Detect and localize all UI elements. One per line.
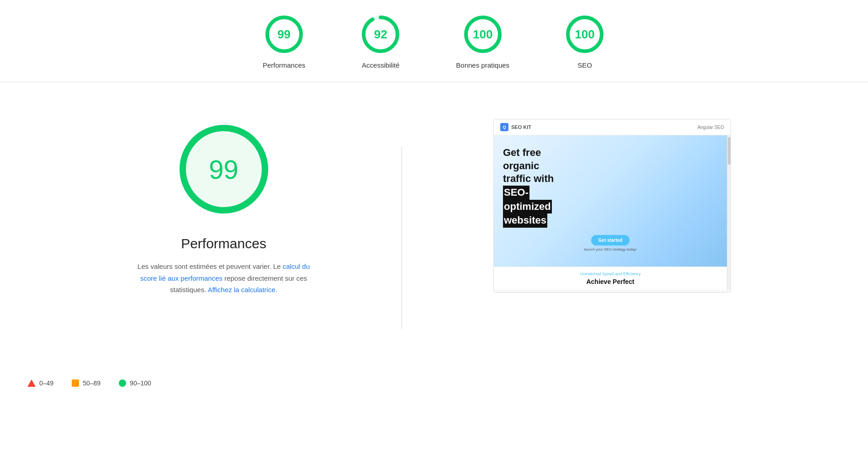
preview-heading-line3: traffic with (503, 173, 554, 184)
preview-bottom-section: Unmatched Speed and Efficiency Achieve P… (494, 267, 727, 290)
vertical-divider (402, 146, 402, 329)
score-item-bonnes-pratiques: 100 Bonnes pratiques (456, 14, 509, 69)
preview-heading-highlight1: SEO- (503, 186, 529, 200)
legend-icon-green (119, 379, 126, 387)
preview-bottom-heading: Achieve Perfect (503, 278, 718, 285)
preview-heading-line2: organic (503, 160, 539, 171)
preview-heading-highlight3: websites (503, 214, 547, 228)
right-panel: Q SEO KIT Angular SEO Get free organic t… (493, 119, 731, 293)
preview-heading-line1: Get free (503, 147, 541, 158)
preview-cta-area: Get started launch your SEO strategy tod… (503, 235, 718, 251)
legend-icon-orange (72, 379, 79, 387)
preview-header: Q SEO KIT Angular SEO (494, 119, 730, 135)
preview-cta-subtext: launch your SEO strategy today! (503, 247, 718, 251)
legend: 0–49 50–89 90–100 (0, 379, 868, 387)
preview-main-content: Get free organic traffic with SEO- optim… (494, 135, 727, 290)
description-link-calc[interactable]: Affichez la calculatrice. (208, 286, 277, 294)
description-plain: Les valeurs sont estimées et peuvent var… (138, 262, 283, 270)
score-value-seo: 100 (575, 27, 594, 42)
scores-bar: 99 Performances 92 Accessibilité 100 Bon… (0, 0, 868, 82)
legend-item-low: 0–49 (27, 379, 53, 387)
main-description: Les valeurs sont estimées et peuvent var… (137, 261, 310, 296)
left-panel: 99 Performances Les valeurs sont estimée… (137, 119, 310, 296)
preview-scrollbar-thumb (728, 137, 730, 165)
score-label-performances: Performances (263, 61, 305, 69)
main-score-title: Performances (181, 236, 266, 251)
preview-logo-text: SEO KIT (511, 124, 531, 130)
preview-heading: Get free organic traffic with SEO- optim… (503, 146, 718, 228)
legend-item-medium: 50–89 (72, 379, 101, 387)
score-value-performances: 99 (277, 27, 291, 42)
preview-body: Get free organic traffic with SEO- optim… (494, 135, 730, 290)
score-value-accessibilite: 92 (374, 27, 387, 42)
website-preview: Q SEO KIT Angular SEO Get free organic t… (493, 119, 731, 293)
main-content: 99 Performances Les valeurs sont estimée… (0, 82, 868, 357)
preview-logo: Q SEO KIT (500, 123, 531, 131)
score-item-performances: 99 Performances (263, 14, 305, 69)
score-circle-bonnes-pratiques: 100 (462, 14, 503, 55)
score-label-accessibilite: Accessibilité (362, 61, 400, 69)
legend-label-medium: 50–89 (83, 379, 101, 387)
score-circle-performances: 99 (264, 14, 305, 55)
score-label-bonnes-pratiques: Bonnes pratiques (456, 61, 509, 69)
preview-logo-icon: Q (500, 123, 508, 131)
main-score-value: 99 (209, 154, 238, 185)
preview-heading-highlight2: optimized (503, 200, 552, 214)
score-circle-accessibilite: 92 (360, 14, 401, 55)
legend-item-high: 90–100 (119, 379, 151, 387)
legend-label-high: 90–100 (130, 379, 151, 387)
score-label-seo: SEO (577, 61, 592, 69)
legend-label-low: 0–49 (39, 379, 53, 387)
score-item-seo: 100 SEO (564, 14, 605, 69)
score-item-accessibilite: 92 Accessibilité (360, 14, 401, 69)
legend-icon-red (27, 379, 36, 387)
preview-scrollbar (727, 135, 730, 290)
main-score-circle: 99 (174, 119, 274, 219)
score-circle-seo: 100 (564, 14, 605, 55)
preview-bottom-tagline: Unmatched Speed and Efficiency (503, 272, 718, 276)
preview-cta-button[interactable]: Get started (591, 235, 630, 246)
preview-badge: Angular SEO (698, 125, 724, 130)
score-value-bonnes-pratiques: 100 (473, 27, 492, 42)
